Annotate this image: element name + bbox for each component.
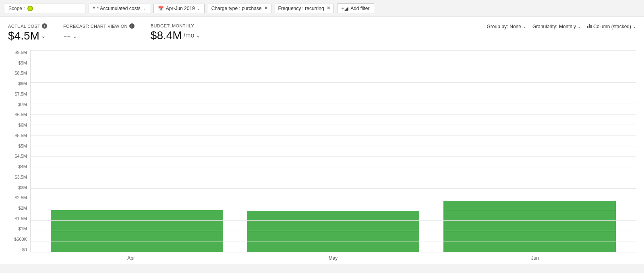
frequency-close-icon[interactable]: ✕ <box>327 6 330 11</box>
y-axis-label: $4M <box>19 165 27 169</box>
bar-chart-icon <box>587 23 592 29</box>
y-axis-label: $5M <box>19 144 27 148</box>
date-range-label: Apr-Jun 2019 <box>166 6 195 11</box>
grid-line <box>31 231 636 231</box>
granularity-value: Monthly <box>559 24 576 29</box>
charge-type-close-icon[interactable]: ✕ <box>264 6 268 11</box>
y-axis-label: $7M <box>19 102 27 107</box>
y-axis-label: $9M <box>19 61 27 65</box>
x-axis-label: May <box>232 252 434 264</box>
add-filter-button[interactable]: +◢ Add filter <box>337 3 374 13</box>
group-by-label: Group by: <box>487 24 508 29</box>
forecast-value: -- ⌄ <box>63 29 135 42</box>
budget-chevron-icon[interactable]: ⌄ <box>196 32 201 39</box>
chart-bar[interactable] <box>247 211 420 252</box>
y-axis-label: $7.5M <box>14 92 27 96</box>
x-axis-label: Jun <box>434 252 636 264</box>
grid-line <box>31 146 636 146</box>
y-axis-label: $0 <box>22 248 27 252</box>
x-axis: AprMayJun <box>30 252 636 264</box>
actual-cost-info-icon[interactable]: i <box>42 23 47 29</box>
grid-line <box>31 82 636 83</box>
chart-area: $9.5M$9M$8.5M$8M$7.5M$7M$6.5M$6M$5.5M$5M… <box>8 50 636 264</box>
scope-input[interactable]: Scope : <box>5 4 85 13</box>
y-axis-label: $9.5M <box>14 50 27 55</box>
grid-line <box>31 199 636 199</box>
scope-circle-icon <box>27 6 33 11</box>
granularity-label: Granularity: <box>532 24 557 29</box>
grid-line <box>31 125 636 125</box>
chart-type-chevron-icon: ⌄ <box>633 24 636 29</box>
y-axis-label: $6M <box>19 123 27 127</box>
scope-label: Scope : <box>8 6 25 11</box>
y-axis-label: $4.5M <box>14 154 27 158</box>
granularity-chevron-icon: ⌄ <box>578 24 581 29</box>
y-axis-label: $2.5M <box>14 196 27 200</box>
grid-line <box>31 61 636 61</box>
chart-inner <box>30 50 636 252</box>
top-row: ACTUAL COST i $4.5M ⌄ FORECAST: CHART VI… <box>8 23 636 47</box>
calendar-icon: 📅 <box>158 6 164 11</box>
forecast-label: FORECAST: CHART VIEW ON i <box>63 23 135 29</box>
chevron-down-icon: ⌄ <box>197 6 200 10</box>
frequency-filter: Frequency : recurring ✕ <box>275 4 334 13</box>
accumulated-costs-button[interactable]: * * Accumulated costs ⌄ <box>89 4 150 13</box>
grid-line <box>31 220 636 221</box>
y-axis-label: $3.5M <box>14 175 27 179</box>
charge-type-filter: Charge type : purchase ✕ <box>208 4 271 13</box>
toolbar: Scope : * * Accumulated costs ⌄ 📅 Apr-Ju… <box>0 0 644 17</box>
y-axis-label: $8M <box>19 81 27 86</box>
date-range-button[interactable]: 📅 Apr-Jun 2019 ⌄ <box>153 4 205 13</box>
x-axis-label: Apr <box>30 252 232 264</box>
actual-cost-value: $4.5M ⌄ <box>8 29 47 42</box>
metrics-row: ACTUAL COST i $4.5M ⌄ FORECAST: CHART VI… <box>8 23 201 42</box>
forecast-info-icon[interactable]: i <box>129 23 135 29</box>
actual-cost-chevron-icon[interactable]: ⌄ <box>41 33 46 39</box>
accumulated-costs-label: * Accumulated costs <box>97 6 141 11</box>
grid-line <box>31 135 636 136</box>
y-axis-label: $5.5M <box>14 133 27 138</box>
y-axis-label: $1M <box>19 227 27 231</box>
forecast-block: FORECAST: CHART VIEW ON i -- ⌄ <box>63 23 135 42</box>
grid-line <box>31 167 636 167</box>
chart-controls: Group by: None ⌄ Granularity: Monthly ⌄ … <box>487 23 636 29</box>
actual-cost-block: ACTUAL COST i $4.5M ⌄ <box>8 23 47 42</box>
chart-bar[interactable] <box>443 201 616 252</box>
y-axis-label: $8.5M <box>14 71 27 75</box>
chart-type-control[interactable]: Column (stacked) ⌄ <box>587 23 636 29</box>
y-axis-label: $1.5M <box>14 217 27 221</box>
star-icon: * <box>93 6 95 11</box>
charge-type-label: Charge type : purchase <box>211 6 262 11</box>
y-axis-label: $6.5M <box>14 113 27 117</box>
y-axis-label: $2M <box>19 206 27 210</box>
grid-line <box>31 178 636 178</box>
main-content: ACTUAL COST i $4.5M ⌄ FORECAST: CHART VI… <box>0 17 644 264</box>
budget-value: $8.4M /mo ⌄ <box>151 29 201 42</box>
grid-line <box>31 188 636 189</box>
actual-cost-label: ACTUAL COST i <box>8 23 47 29</box>
chevron-down-icon: ⌄ <box>143 6 146 10</box>
budget-label: BUDGET: MONTHLY <box>151 23 201 28</box>
bar-group <box>39 50 235 252</box>
y-axis-label: $3M <box>19 185 27 190</box>
forecast-chevron-icon[interactable]: ⌄ <box>72 33 77 39</box>
group-by-control[interactable]: Group by: None ⌄ <box>487 24 526 29</box>
frequency-label: Frequency : recurring <box>278 6 324 11</box>
y-axis-label: $500K <box>14 237 27 242</box>
grid-line <box>31 114 636 115</box>
grid-line <box>31 210 636 210</box>
grid-line <box>31 156 636 157</box>
group-by-value: None <box>509 24 521 29</box>
grid-line <box>31 242 636 242</box>
grid-line <box>31 93 636 93</box>
bars-container <box>31 50 636 252</box>
bar-group <box>235 50 432 252</box>
add-filter-label: Add filter <box>350 6 369 11</box>
y-axis: $9.5M$9M$8.5M$8M$7.5M$7M$6.5M$6M$5.5M$5M… <box>8 50 30 252</box>
budget-block: BUDGET: MONTHLY $8.4M /mo ⌄ <box>151 23 201 42</box>
chart-type-label: Column (stacked) <box>593 24 631 29</box>
granularity-control[interactable]: Granularity: Monthly ⌄ <box>532 24 581 29</box>
grid-line <box>31 50 636 51</box>
add-filter-icon: +◢ <box>342 5 349 11</box>
bar-group <box>431 50 628 252</box>
